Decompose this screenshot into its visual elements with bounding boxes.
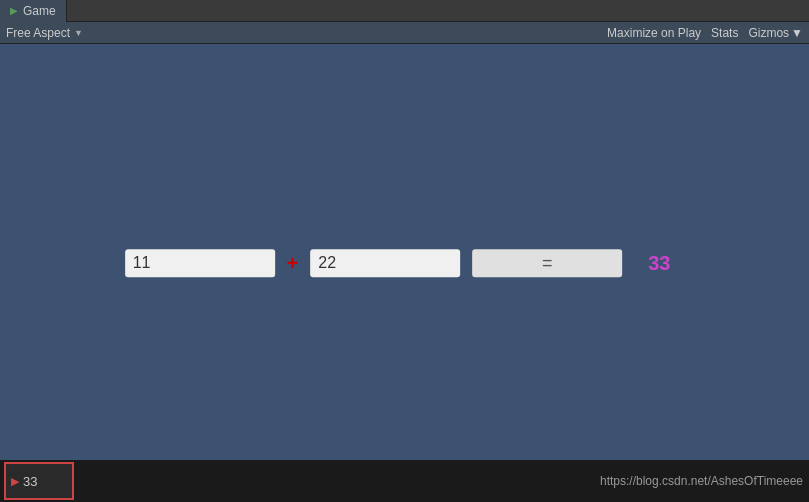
game-tab[interactable]: ▶ Game (0, 0, 67, 22)
game-area: + = 33 (0, 44, 809, 460)
input-field-2[interactable] (310, 249, 460, 277)
maximize-on-play-button[interactable]: Maximize on Play (607, 26, 701, 40)
aspect-dropdown-icon: ▼ (74, 28, 83, 38)
operator-symbol: + (287, 252, 299, 275)
status-bar: ▶ 33 https://blog.csdn.net/AshesOfTimeee… (0, 460, 809, 502)
status-panel: ▶ 33 (4, 462, 74, 500)
status-panel-value: 33 (23, 474, 37, 489)
equals-label: = (542, 253, 553, 274)
toolbar: Free Aspect ▼ Maximize on Play Stats Giz… (0, 22, 809, 44)
aspect-label: Free Aspect (6, 26, 70, 40)
toolbar-right: Maximize on Play Stats Gizmos ▼ (607, 26, 803, 40)
maximize-label: Maximize on Play (607, 26, 701, 40)
gizmos-label: Gizmos (748, 26, 789, 40)
stats-button[interactable]: Stats (711, 26, 738, 40)
calculator-row: + = 33 (125, 249, 685, 277)
result-value: 33 (634, 252, 684, 275)
tab-label: Game (23, 4, 56, 18)
status-url: https://blog.csdn.net/AshesOfTimeeee (600, 474, 803, 488)
tab-bar: ▶ Game (0, 0, 809, 22)
aspect-selector[interactable]: Free Aspect ▼ (6, 26, 83, 40)
stats-label: Stats (711, 26, 738, 40)
tab-play-icon: ▶ (10, 5, 18, 16)
input-field-1[interactable] (125, 249, 275, 277)
status-panel-icon: ▶ (11, 475, 19, 488)
gizmos-dropdown-icon: ▼ (791, 26, 803, 40)
equals-button[interactable]: = (472, 249, 622, 277)
gizmos-button[interactable]: Gizmos ▼ (748, 26, 803, 40)
